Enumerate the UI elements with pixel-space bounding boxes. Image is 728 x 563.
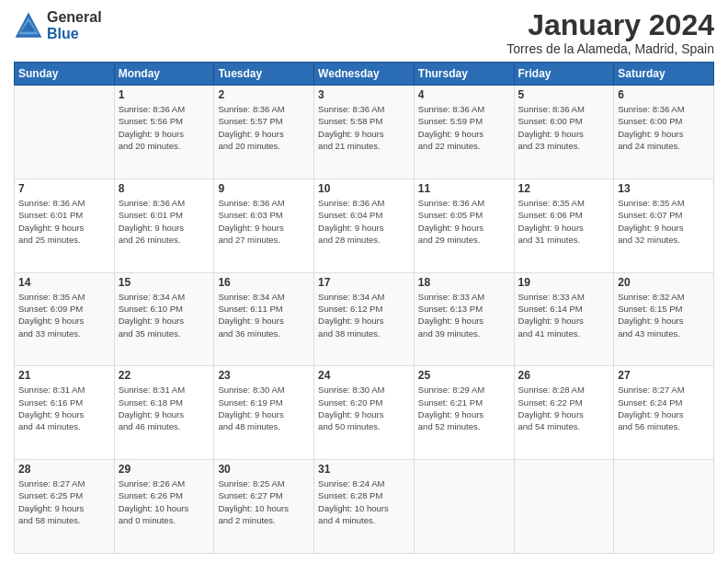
day-number: 13 <box>618 182 710 195</box>
day-number: 5 <box>518 88 610 101</box>
calendar-week-row: 7Sunrise: 8:36 AM Sunset: 6:01 PM Daylig… <box>15 178 714 272</box>
day-info: Sunrise: 8:36 AM Sunset: 5:56 PM Dayligh… <box>119 103 210 152</box>
day-number: 23 <box>218 369 310 382</box>
day-info: Sunrise: 8:36 AM Sunset: 6:00 PM Dayligh… <box>618 103 710 152</box>
header-sunday: Sunday <box>15 63 115 86</box>
table-row <box>514 460 614 554</box>
day-info: Sunrise: 8:30 AM Sunset: 6:20 PM Dayligh… <box>318 384 410 432</box>
table-row: 31Sunrise: 8:24 AM Sunset: 6:28 PM Dayli… <box>314 460 415 554</box>
table-row: 30Sunrise: 8:25 AM Sunset: 6:27 PM Dayli… <box>214 460 314 554</box>
day-number: 31 <box>318 463 410 476</box>
header-wednesday: Wednesday <box>314 63 415 86</box>
table-row <box>614 460 714 554</box>
table-row: 12Sunrise: 8:35 AM Sunset: 6:06 PM Dayli… <box>514 178 614 272</box>
table-row: 2Sunrise: 8:36 AM Sunset: 5:57 PM Daylig… <box>214 86 314 179</box>
day-info: Sunrise: 8:31 AM Sunset: 6:16 PM Dayligh… <box>18 384 110 432</box>
table-row: 10Sunrise: 8:36 AM Sunset: 6:04 PM Dayli… <box>314 178 415 272</box>
day-info: Sunrise: 8:32 AM Sunset: 6:15 PM Dayligh… <box>618 291 710 339</box>
table-row: 24Sunrise: 8:30 AM Sunset: 6:20 PM Dayli… <box>314 366 415 460</box>
day-number: 4 <box>418 88 510 101</box>
day-number: 3 <box>318 88 410 101</box>
table-row: 16Sunrise: 8:34 AM Sunset: 6:11 PM Dayli… <box>214 272 314 366</box>
calendar-week-row: 28Sunrise: 8:27 AM Sunset: 6:25 PM Dayli… <box>15 460 714 554</box>
table-row: 1Sunrise: 8:36 AM Sunset: 5:56 PM Daylig… <box>114 86 214 179</box>
table-row: 22Sunrise: 8:31 AM Sunset: 6:18 PM Dayli… <box>114 366 214 460</box>
table-row: 25Sunrise: 8:29 AM Sunset: 6:21 PM Dayli… <box>414 366 514 460</box>
day-number: 10 <box>318 182 410 195</box>
day-number: 2 <box>218 88 310 101</box>
day-number: 6 <box>618 88 710 101</box>
day-info: Sunrise: 8:35 AM Sunset: 6:09 PM Dayligh… <box>18 291 110 339</box>
day-number: 22 <box>119 369 210 382</box>
header-tuesday: Tuesday <box>214 63 314 86</box>
day-info: Sunrise: 8:28 AM Sunset: 6:22 PM Dayligh… <box>518 384 610 432</box>
table-row: 3Sunrise: 8:36 AM Sunset: 5:58 PM Daylig… <box>314 86 415 179</box>
calendar-week-row: 1Sunrise: 8:36 AM Sunset: 5:56 PM Daylig… <box>15 86 714 179</box>
table-row: 26Sunrise: 8:28 AM Sunset: 6:22 PM Dayli… <box>514 366 614 460</box>
day-info: Sunrise: 8:36 AM Sunset: 6:00 PM Dayligh… <box>518 103 610 152</box>
table-row: 19Sunrise: 8:33 AM Sunset: 6:14 PM Dayli… <box>514 272 614 366</box>
day-number: 1 <box>119 88 210 101</box>
day-number: 11 <box>418 182 510 195</box>
day-info: Sunrise: 8:36 AM Sunset: 6:01 PM Dayligh… <box>18 197 110 246</box>
day-info: Sunrise: 8:34 AM Sunset: 6:10 PM Dayligh… <box>119 291 210 339</box>
month-title: January 2024 <box>506 9 714 41</box>
day-number: 21 <box>18 369 110 382</box>
day-info: Sunrise: 8:36 AM Sunset: 6:04 PM Dayligh… <box>318 197 410 246</box>
table-row: 18Sunrise: 8:33 AM Sunset: 6:13 PM Dayli… <box>414 272 514 366</box>
day-number: 27 <box>618 369 710 382</box>
day-number: 20 <box>618 276 710 289</box>
day-number: 16 <box>218 276 310 289</box>
logo-general-text: General <box>47 9 102 26</box>
day-number: 9 <box>218 182 310 195</box>
table-row: 7Sunrise: 8:36 AM Sunset: 6:01 PM Daylig… <box>15 178 115 272</box>
header-thursday: Thursday <box>414 63 514 86</box>
calendar-table: Sunday Monday Tuesday Wednesday Thursday… <box>14 62 714 554</box>
header-friday: Friday <box>514 63 614 86</box>
table-row: 11Sunrise: 8:36 AM Sunset: 6:05 PM Dayli… <box>414 178 514 272</box>
day-number: 29 <box>119 463 210 476</box>
header: General Blue January 2024 Torres de la A… <box>14 9 714 56</box>
location-subtitle: Torres de la Alameda, Madrid, Spain <box>506 41 714 56</box>
table-row: 29Sunrise: 8:26 AM Sunset: 6:26 PM Dayli… <box>114 460 214 554</box>
logo-blue-text: Blue <box>47 26 102 42</box>
logo-icon <box>14 11 43 40</box>
table-row: 23Sunrise: 8:30 AM Sunset: 6:19 PM Dayli… <box>214 366 314 460</box>
day-info: Sunrise: 8:33 AM Sunset: 6:14 PM Dayligh… <box>518 291 610 339</box>
day-info: Sunrise: 8:34 AM Sunset: 6:11 PM Dayligh… <box>218 291 310 339</box>
table-row: 8Sunrise: 8:36 AM Sunset: 6:01 PM Daylig… <box>114 178 214 272</box>
day-number: 25 <box>418 369 510 382</box>
table-row: 28Sunrise: 8:27 AM Sunset: 6:25 PM Dayli… <box>15 460 115 554</box>
table-row <box>414 460 514 554</box>
day-info: Sunrise: 8:36 AM Sunset: 6:01 PM Dayligh… <box>119 197 210 246</box>
day-info: Sunrise: 8:35 AM Sunset: 6:06 PM Dayligh… <box>518 197 610 246</box>
header-saturday: Saturday <box>614 63 714 86</box>
table-row: 14Sunrise: 8:35 AM Sunset: 6:09 PM Dayli… <box>15 272 115 366</box>
day-number: 8 <box>119 182 210 195</box>
day-number: 7 <box>18 182 110 195</box>
day-info: Sunrise: 8:24 AM Sunset: 6:28 PM Dayligh… <box>318 477 410 526</box>
day-number: 12 <box>518 182 610 195</box>
table-row: 4Sunrise: 8:36 AM Sunset: 5:59 PM Daylig… <box>414 86 514 179</box>
table-row: 9Sunrise: 8:36 AM Sunset: 6:03 PM Daylig… <box>214 178 314 272</box>
title-block: January 2024 Torres de la Alameda, Madri… <box>506 9 714 56</box>
day-number: 28 <box>18 463 110 476</box>
header-monday: Monday <box>114 63 214 86</box>
day-info: Sunrise: 8:29 AM Sunset: 6:21 PM Dayligh… <box>418 384 510 432</box>
calendar-week-row: 14Sunrise: 8:35 AM Sunset: 6:09 PM Dayli… <box>15 272 714 366</box>
table-row: 20Sunrise: 8:32 AM Sunset: 6:15 PM Dayli… <box>614 272 714 366</box>
day-info: Sunrise: 8:26 AM Sunset: 6:26 PM Dayligh… <box>119 477 210 526</box>
day-info: Sunrise: 8:27 AM Sunset: 6:24 PM Dayligh… <box>618 384 710 432</box>
weekday-header-row: Sunday Monday Tuesday Wednesday Thursday… <box>15 63 714 86</box>
day-number: 30 <box>218 463 310 476</box>
day-info: Sunrise: 8:30 AM Sunset: 6:19 PM Dayligh… <box>218 384 310 432</box>
day-info: Sunrise: 8:33 AM Sunset: 6:13 PM Dayligh… <box>418 291 510 339</box>
table-row: 6Sunrise: 8:36 AM Sunset: 6:00 PM Daylig… <box>614 86 714 179</box>
table-row: 5Sunrise: 8:36 AM Sunset: 6:00 PM Daylig… <box>514 86 614 179</box>
day-info: Sunrise: 8:36 AM Sunset: 5:58 PM Dayligh… <box>318 103 410 152</box>
table-row: 27Sunrise: 8:27 AM Sunset: 6:24 PM Dayli… <box>614 366 714 460</box>
page: General Blue January 2024 Torres de la A… <box>0 0 728 563</box>
day-info: Sunrise: 8:36 AM Sunset: 6:05 PM Dayligh… <box>418 197 510 246</box>
day-number: 26 <box>518 369 610 382</box>
day-number: 17 <box>318 276 410 289</box>
